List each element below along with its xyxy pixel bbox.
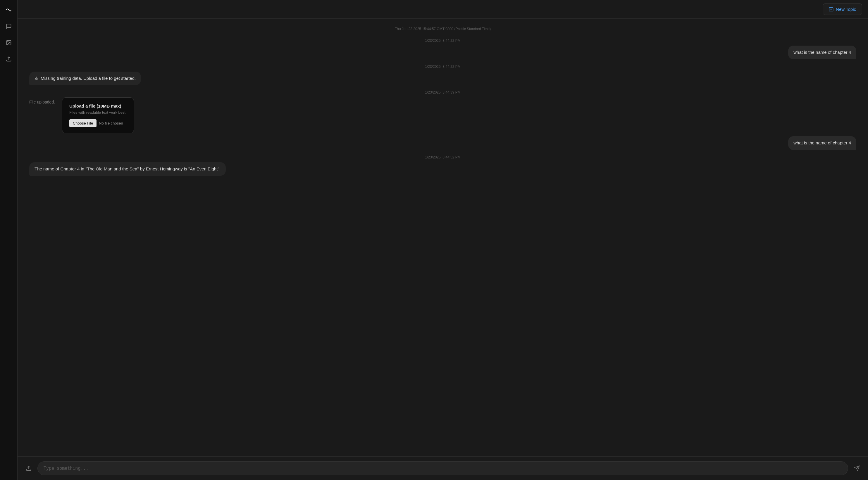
new-topic-button[interactable]: New Topic xyxy=(823,3,862,15)
image-icon[interactable] xyxy=(3,37,14,48)
message-row: The name of Chapter 4 in "The Old Man an… xyxy=(29,162,856,176)
warning-icon: ⚠ xyxy=(34,75,38,82)
new-topic-label: New Topic xyxy=(836,7,856,12)
main-area: New Topic Thu Jan 23 2025 15:44:57 GMT-0… xyxy=(18,0,868,480)
date-header: Thu Jan 23 2025 15:44:57 GMT-0800 (Pacif… xyxy=(29,27,856,31)
no-file-label: No file chosen xyxy=(99,121,123,125)
file-upload-button[interactable] xyxy=(23,463,34,474)
message-row: what is the name of chapter 4 xyxy=(29,45,856,59)
user-bubble-1: what is the name of chapter 4 xyxy=(788,45,856,59)
header: New Topic xyxy=(18,0,868,19)
warning-bubble: ⚠ Missing training data. Upload a file t… xyxy=(29,72,141,85)
logo-icon[interactable] xyxy=(3,5,14,15)
send-icon xyxy=(854,466,860,471)
message-row: what is the name of chapter 4 xyxy=(29,136,856,150)
timestamp-4: 1/23/2025, 3:44:52 PM xyxy=(29,155,856,159)
svg-rect-3 xyxy=(829,8,833,11)
upload-box-title: Upload a file (10MB max) xyxy=(69,103,127,108)
message-input[interactable] xyxy=(37,461,848,475)
timestamp-1: 1/23/2025, 3:44:22 PM xyxy=(29,39,856,43)
timestamp-3: 1/23/2025, 3:44:39 PM xyxy=(29,90,856,94)
chat-area: Thu Jan 23 2025 15:44:57 GMT-0800 (Pacif… xyxy=(18,19,868,456)
chat-icon[interactable] xyxy=(3,21,14,32)
message-row: ⚠ Missing training data. Upload a file t… xyxy=(29,72,856,85)
new-topic-icon xyxy=(829,7,834,12)
file-uploaded-text: File uploaded. xyxy=(29,97,55,104)
assistant-bubble-1: The name of Chapter 4 in "The Old Man an… xyxy=(29,162,226,176)
user-bubble-2: what is the name of chapter 4 xyxy=(788,136,856,150)
input-area xyxy=(18,456,868,480)
sidebar xyxy=(0,0,18,480)
warning-text: Missing training data. Upload a file to … xyxy=(41,75,136,82)
timestamp-2: 1/23/2025, 3:44:22 PM xyxy=(29,65,856,69)
upload-sidebar-icon[interactable] xyxy=(3,54,14,64)
upload-box-subtitle: Files with readable text work best. xyxy=(69,110,127,115)
send-button[interactable] xyxy=(851,463,862,474)
svg-point-1 xyxy=(7,41,8,42)
file-input-row: Choose File No file chosen xyxy=(69,119,127,127)
choose-file-button[interactable]: Choose File xyxy=(69,119,96,127)
upload-arrow-icon xyxy=(26,466,32,471)
upload-box: Upload a file (10MB max) Files with read… xyxy=(62,97,134,133)
